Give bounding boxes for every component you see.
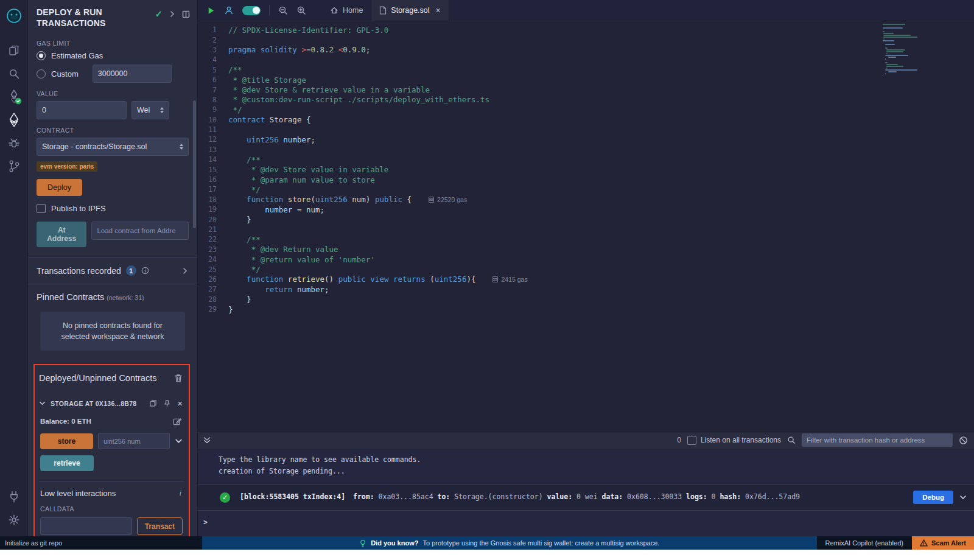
tab-storage-sol[interactable]: Storage.sol ×	[371, 0, 449, 21]
remix-logo[interactable]	[3, 5, 25, 28]
deploy-run-icon[interactable]	[3, 108, 25, 131]
listen-all-row[interactable]: Listen on all transactions	[687, 436, 781, 445]
transact-button[interactable]: Transact	[137, 517, 183, 535]
editor-tabbar: Home Storage.sol ×	[198, 0, 974, 21]
at-address-input[interactable]	[91, 222, 189, 240]
warning-icon	[920, 539, 928, 547]
custom-gas-input[interactable]	[93, 65, 172, 83]
deploy-button[interactable]: Deploy	[37, 179, 82, 196]
radio-unselected-icon[interactable]	[37, 69, 46, 79]
chevron-right-icon[interactable]	[169, 10, 176, 18]
gas-limit-label: GAS LIMIT	[37, 40, 189, 47]
close-icon[interactable]: ×	[177, 399, 183, 408]
file-explorer-icon[interactable]	[3, 39, 25, 62]
custom-gas-label: Custom	[51, 69, 79, 79]
file-icon	[379, 6, 387, 15]
settings-icon[interactable]	[3, 508, 25, 531]
gas-estimate-icon	[492, 276, 498, 282]
deployed-contract-label: STORAGE AT 0X136...8B78	[51, 400, 137, 407]
deployed-contracts-title: Deployed/Unpinned Contracts	[39, 373, 156, 383]
value-unit-select[interactable]: Wei	[131, 101, 169, 119]
panel-scrollbar[interactable]	[193, 100, 196, 228]
zoom-out-icon[interactable]	[278, 5, 288, 15]
calldata-label: CALLDATA	[35, 505, 189, 513]
editor-area: Home Storage.sol × 1// SPDX-License-Iden…	[198, 0, 974, 536]
expand-tx-icon[interactable]	[959, 494, 967, 501]
trash-icon[interactable]	[174, 374, 183, 383]
pin-panel-icon[interactable]	[182, 10, 190, 18]
contract-label: CONTRACT	[37, 127, 189, 134]
tx-summary: [block:5583405 txIndex:4]	[240, 492, 345, 501]
close-tab-icon[interactable]: ×	[436, 5, 441, 15]
scam-alert-label: Scam Alert	[931, 539, 966, 547]
did-you-know-tip: Did you know? To prototype using the Gno…	[202, 536, 817, 550]
at-address-button[interactable]: At Address	[37, 222, 86, 247]
collapse-terminal-icon[interactable]	[203, 436, 211, 444]
plugin-manager-icon[interactable]	[3, 485, 25, 508]
run-script-icon[interactable]	[206, 6, 215, 15]
git-init-label[interactable]: Initialize as git repo	[5, 539, 62, 547]
terminal-toolbar: 0 Listen on all transactions	[198, 432, 974, 449]
window-edge	[0, 550, 974, 560]
store-param-input[interactable]	[98, 433, 170, 449]
tab-home-label: Home	[343, 6, 363, 15]
highlight-region: Deployed/Unpinned Contracts STORAGE AT 0…	[33, 364, 190, 536]
git-icon[interactable]	[3, 155, 25, 178]
transaction-log-row[interactable]: ✓ [block:5583405 txIndex:4] from: 0xa03.…	[198, 484, 974, 511]
chevron-right-icon[interactable]	[181, 267, 189, 275]
checkbox-icon[interactable]	[687, 436, 696, 445]
copilot-toggle[interactable]	[242, 6, 261, 15]
value-input[interactable]	[37, 101, 127, 119]
value-unit: Wei	[137, 106, 155, 114]
copy-icon[interactable]	[149, 399, 157, 407]
divider	[269, 5, 270, 16]
debugger-icon[interactable]	[3, 131, 25, 155]
calldata-input[interactable]	[40, 517, 132, 535]
tab-storage-label: Storage.sol	[391, 6, 429, 15]
tip-prefix: Did you know?	[371, 539, 418, 547]
ai-assistant-icon[interactable]	[224, 5, 234, 15]
contract-selected: Storage - contracts/Storage.sol	[42, 142, 175, 151]
retrieve-function-button[interactable]: retrieve	[40, 455, 94, 471]
edit-icon[interactable]	[173, 417, 181, 425]
filter-transactions-input[interactable]	[802, 433, 953, 447]
transactions-recorded-row[interactable]: Transactions recorded 1	[28, 257, 197, 284]
status-bar: Initialize as git repo Did you know? To …	[0, 536, 974, 550]
radio-selected-icon[interactable]	[37, 51, 46, 60]
contract-select[interactable]: Storage - contracts/Storage.sol	[37, 138, 189, 156]
terminal-output[interactable]: Type the library name to see available c…	[198, 449, 974, 536]
deployed-contract-row[interactable]: STORAGE AT 0X136...8B78 ×	[35, 385, 189, 409]
publish-ipfs-label: Publish to IPFS	[51, 204, 106, 213]
evm-version-badge: evm version: paris	[37, 161, 97, 172]
search-icon[interactable]	[787, 436, 796, 444]
solidity-compiler-icon[interactable]	[3, 85, 25, 108]
search-icon[interactable]	[3, 62, 25, 85]
code-lines: 1// SPDX-License-Identifier: GPL-3.023pr…	[198, 25, 974, 314]
clear-console-icon[interactable]	[959, 436, 968, 445]
transaction-details: [block:5583405 txIndex:4] from: 0xa03...…	[240, 492, 906, 502]
lightbulb-icon	[359, 539, 366, 548]
custom-gas-radio[interactable]: Custom	[37, 65, 189, 83]
debug-button[interactable]: Debug	[913, 491, 953, 504]
minimap[interactable]	[883, 24, 922, 77]
copilot-status[interactable]: RemixAI Copilot (enabled)	[817, 536, 912, 550]
pinned-contracts-title: Pinned Contracts	[37, 292, 104, 302]
pin-icon[interactable]	[163, 399, 171, 407]
chevron-down-icon[interactable]	[39, 400, 46, 407]
checkbox-icon[interactable]	[37, 204, 46, 213]
terminal-log-lines: Type the library name to see available c…	[198, 453, 974, 477]
gas-estimate-note: 2415 gas	[492, 276, 527, 283]
zoom-in-icon[interactable]	[296, 5, 306, 15]
tab-home[interactable]: Home	[322, 0, 371, 21]
store-function-button[interactable]: store	[40, 433, 93, 449]
transactions-count-badge: 1	[126, 265, 136, 276]
scam-alert-button[interactable]: Scam Alert	[912, 536, 974, 550]
low-level-title: Low level interactions	[40, 489, 116, 498]
updown-icon	[180, 144, 183, 150]
estimated-gas-radio[interactable]: Estimated Gas	[37, 51, 189, 60]
code-editor[interactable]: 1// SPDX-License-Identifier: GPL-3.023pr…	[198, 21, 974, 431]
publish-ipfs-row[interactable]: Publish to IPFS	[37, 204, 189, 213]
expand-params-icon[interactable]	[175, 437, 183, 445]
terminal-prompt[interactable]: >	[198, 511, 974, 534]
info-icon: i	[180, 489, 181, 498]
